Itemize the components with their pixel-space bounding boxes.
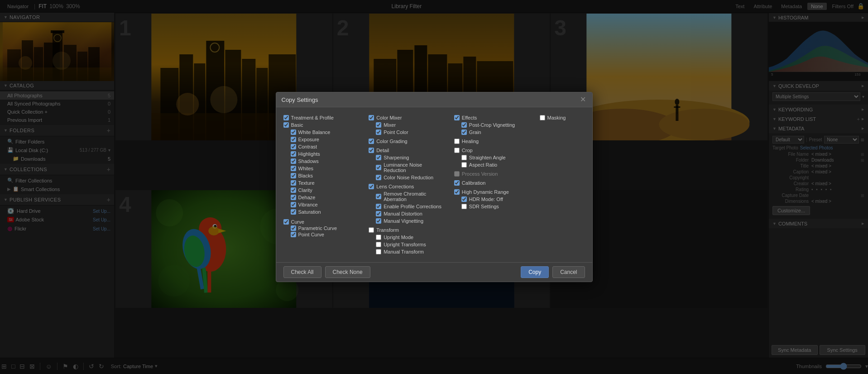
cb-shadows-checkbox[interactable] <box>291 158 296 164</box>
cb-point-color-checkbox[interactable] <box>376 129 381 135</box>
cb-high-dynamic-range-label[interactable]: High Dynamic Range <box>462 189 509 195</box>
cb-saturation-checkbox[interactable] <box>291 209 296 215</box>
cb-color-noise-checkbox[interactable] <box>376 175 381 180</box>
cb-contrast-label[interactable]: Contrast <box>298 144 317 149</box>
cb-color-noise-label[interactable]: Color Noise Reduction <box>384 175 433 180</box>
cb-upright-transforms-checkbox[interactable] <box>376 242 381 247</box>
cb-vibrance-label[interactable]: Vibrance <box>298 202 318 207</box>
cb-point-color-label[interactable]: Point Color <box>384 129 408 135</box>
cb-dehaze-label[interactable]: Dehaze <box>298 195 316 200</box>
cb-white-balance-checkbox[interactable] <box>291 129 296 135</box>
modal-overlay[interactable]: Copy Settings ✕ Treatment & Profile Basi… <box>0 0 868 374</box>
cb-aspect-ratio-label[interactable]: Aspect Ratio <box>469 162 497 168</box>
cb-calibration-checkbox[interactable] <box>454 180 460 186</box>
cb-remove-chromatic-checkbox[interactable] <box>376 194 381 199</box>
cb-aspect-ratio-checkbox[interactable] <box>461 162 467 168</box>
cb-luminance-noise-checkbox[interactable] <box>376 165 381 170</box>
cb-sdr-settings-checkbox[interactable] <box>461 204 467 209</box>
cb-treatment-profile-label[interactable]: Treatment & Profile <box>291 115 334 120</box>
cb-straighten-angle-checkbox[interactable] <box>461 155 467 160</box>
cb-effects-label[interactable]: Effects <box>462 115 477 120</box>
cb-enable-profile-checkbox[interactable] <box>376 204 381 209</box>
cb-basic-checkbox[interactable] <box>283 122 289 128</box>
cb-healing-checkbox[interactable] <box>454 139 460 144</box>
cb-calibration-label[interactable]: Calibration <box>462 180 486 186</box>
cb-transform-label[interactable]: Transform <box>376 227 399 233</box>
cb-effects-checkbox[interactable] <box>454 115 460 120</box>
cb-point-curve-label[interactable]: Point Curve <box>298 232 324 237</box>
cb-hdr-mode-label[interactable]: HDR Mode: Off <box>469 197 503 202</box>
cb-masking-checkbox[interactable] <box>540 115 545 120</box>
cb-grain-checkbox[interactable] <box>461 129 467 135</box>
cb-exposure-label[interactable]: Exposure <box>298 137 319 142</box>
cb-post-crop-vignetting-checkbox[interactable] <box>461 122 467 128</box>
check-none-button[interactable]: Check None <box>325 266 370 278</box>
copy-button[interactable]: Copy <box>521 266 549 278</box>
cb-highlights-checkbox[interactable] <box>291 151 296 157</box>
cb-contrast-checkbox[interactable] <box>291 144 296 149</box>
cb-transform-checkbox[interactable] <box>369 227 374 233</box>
cb-remove-chromatic-label[interactable]: Remove Chromatic Aberration <box>384 191 445 202</box>
cb-saturation-label[interactable]: Saturation <box>298 209 321 215</box>
dialog-col-1: Treatment & Profile Basic White Balance … <box>283 115 360 255</box>
cb-point-curve-checkbox[interactable] <box>291 232 296 237</box>
cb-crop-label[interactable]: Crop <box>462 148 473 153</box>
cb-straighten-angle-label[interactable]: Straighten Angle <box>469 155 506 160</box>
cb-color-grading-checkbox[interactable] <box>369 139 374 144</box>
cb-whites-label[interactable]: Whites <box>298 166 314 171</box>
cb-enable-profile-label[interactable]: Enable Profile Corrections <box>384 204 441 209</box>
cb-treatment-profile-checkbox[interactable] <box>283 115 289 120</box>
cancel-button[interactable]: Cancel <box>552 266 585 278</box>
cb-parametric-curve-checkbox[interactable] <box>291 225 296 231</box>
cb-manual-distortion-checkbox[interactable] <box>376 211 381 216</box>
cb-manual-transform-label[interactable]: Manual Transform <box>384 249 424 254</box>
cb-color-mixer-label[interactable]: Color Mixer <box>376 115 402 120</box>
cb-highlights-label[interactable]: Highlights <box>298 151 320 157</box>
cb-healing-label[interactable]: Healing <box>462 139 479 144</box>
cb-parametric-curve-label[interactable]: Parametric Curve <box>298 225 337 231</box>
cb-upright-transforms-label[interactable]: Upright Transforms <box>384 242 426 247</box>
cb-whites-checkbox[interactable] <box>291 166 296 171</box>
cb-texture-label[interactable]: Texture <box>298 180 315 186</box>
cb-luminance-noise-label[interactable]: Luminance Noise Reduction <box>384 162 445 173</box>
cb-exposure-checkbox[interactable] <box>291 137 296 142</box>
cb-manual-vignetting-checkbox[interactable] <box>376 218 381 224</box>
cb-grain-label[interactable]: Grain <box>469 129 481 135</box>
cb-sharpening-label[interactable]: Sharpening <box>384 155 409 160</box>
cb-vibrance-checkbox[interactable] <box>291 202 296 207</box>
cb-manual-transform-checkbox[interactable] <box>376 249 381 254</box>
cb-blacks-checkbox[interactable] <box>291 173 296 178</box>
cb-upright-mode-checkbox[interactable] <box>376 235 381 240</box>
cb-texture-checkbox[interactable] <box>291 180 296 186</box>
cb-lens-corrections-checkbox[interactable] <box>369 184 374 189</box>
cb-sdr-settings-label[interactable]: SDR Settings <box>469 204 499 209</box>
check-all-button[interactable]: Check All <box>283 266 321 278</box>
dialog-close-button[interactable]: ✕ <box>579 96 587 103</box>
cb-color-grading-label[interactable]: Color Grading <box>376 139 407 144</box>
cb-sharpening-checkbox[interactable] <box>376 155 381 160</box>
cb-color-mixer-checkbox[interactable] <box>369 115 374 120</box>
cb-hdr-mode-checkbox[interactable] <box>461 197 467 202</box>
cb-dehaze-checkbox[interactable] <box>291 195 296 200</box>
cb-curve-label[interactable]: Curve <box>291 219 304 225</box>
cb-high-dynamic-range: High Dynamic Range <box>454 189 531 195</box>
cb-mixer-label[interactable]: Mixer <box>384 122 396 128</box>
cb-high-dynamic-range-checkbox[interactable] <box>454 189 460 195</box>
cb-shadows-label[interactable]: Shadows <box>298 158 319 164</box>
cb-lens-corrections-label[interactable]: Lens Corrections <box>376 184 414 189</box>
cb-upright-mode-label[interactable]: Upright Mode <box>384 235 413 240</box>
cb-detail-label[interactable]: Detail <box>376 148 389 153</box>
cb-manual-distortion-label[interactable]: Manual Distortion <box>384 211 422 216</box>
cb-detail-checkbox[interactable] <box>369 148 374 153</box>
cb-mixer-checkbox[interactable] <box>376 122 381 128</box>
cb-clarity-label[interactable]: Clarity <box>298 187 312 193</box>
cb-crop-checkbox[interactable] <box>454 148 460 153</box>
cb-basic-label[interactable]: Basic <box>291 122 303 128</box>
cb-masking-label[interactable]: Masking <box>547 115 566 120</box>
cb-white-balance-label[interactable]: White Balance <box>298 129 331 135</box>
cb-clarity-checkbox[interactable] <box>291 187 296 193</box>
cb-manual-vignetting-label[interactable]: Manual Vignetting <box>384 218 423 224</box>
cb-post-crop-vignetting-label[interactable]: Post-Crop Vignetting <box>469 122 515 128</box>
cb-curve-checkbox[interactable] <box>283 219 289 225</box>
cb-blacks-label[interactable]: Blacks <box>298 173 313 178</box>
